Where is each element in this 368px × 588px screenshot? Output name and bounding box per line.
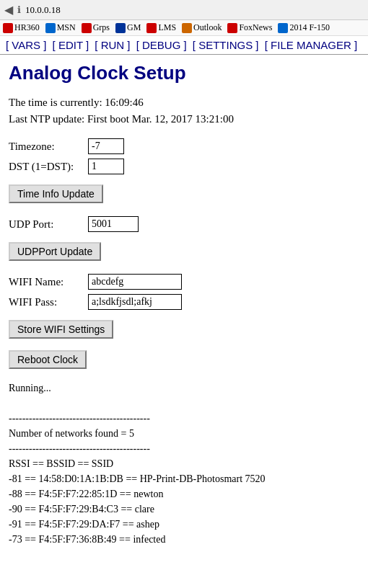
nav-vars[interactable]: [ VARS ]	[6, 39, 46, 51]
udp-port-input[interactable]	[88, 216, 139, 232]
nav-settings[interactable]: [ SETTINGS ]	[193, 39, 259, 51]
f150-icon	[278, 23, 288, 33]
store-wifi-btn-wrapper: Store WIFI Settings	[9, 314, 359, 344]
wifi-name-row: WIFI Name:	[9, 274, 359, 290]
dst-label: DST (1=DST):	[9, 161, 88, 173]
bookmark-msn-label: MSN	[57, 22, 76, 33]
back-button[interactable]: ◀	[4, 3, 13, 17]
page-title: Analog Clock Setup	[9, 62, 359, 84]
bookmark-f150[interactable]: 2014 F-150	[278, 22, 330, 33]
url-bar[interactable]: 10.0.0.18	[25, 4, 61, 16]
bookmark-foxnews-label: FoxNews	[239, 22, 272, 33]
timezone-label: Timezone:	[9, 141, 88, 153]
udp-port-label: UDP Port:	[9, 218, 88, 231]
foxnews-icon	[227, 23, 237, 33]
current-time-label: The time is currently: 16:09:46	[9, 94, 359, 111]
bookmark-gm-label: GM	[127, 22, 141, 33]
bookmark-hr360-label: HR360	[14, 22, 40, 33]
gm-icon	[115, 23, 126, 33]
timezone-input[interactable]	[88, 138, 124, 154]
store-wifi-button[interactable]: Store WIFI Settings	[9, 320, 113, 339]
outlook-icon	[182, 23, 192, 33]
ntp-label: Last NTP update: First boot Mar. 12, 201…	[9, 111, 359, 128]
bookmark-lms[interactable]: LMS	[146, 22, 176, 33]
msn-icon	[45, 23, 56, 33]
timezone-row: Timezone:	[9, 138, 359, 154]
wifi-pass-input[interactable]	[88, 294, 182, 310]
bookmark-grps-label: Grps	[93, 22, 110, 33]
output-area: Running... -----------------------------…	[9, 380, 359, 547]
info-icon: ℹ	[17, 4, 21, 16]
nav-edit[interactable]: [ EDIT ]	[53, 39, 89, 51]
time-info: The time is currently: 16:09:46 Last NTP…	[9, 94, 359, 127]
reboot-button[interactable]: Reboot Clock	[9, 350, 87, 369]
wifi-name-input[interactable]	[88, 274, 182, 290]
udp-port-row: UDP Port:	[9, 216, 359, 232]
udp-update-btn-wrapper: UDPPort Update	[9, 236, 359, 267]
bookmarks-bar: HR360 MSN Grps GM LMS Outlook FoxNews 20…	[0, 20, 368, 36]
bookmark-lms-label: LMS	[158, 22, 176, 33]
nav-bar: [ VARS ] [ EDIT ] [ RUN ] [ DEBUG ] [ SE…	[0, 36, 368, 55]
bookmark-f150-label: 2014 F-150	[289, 22, 330, 33]
bookmark-gm[interactable]: GM	[115, 22, 141, 33]
bookmark-foxnews[interactable]: FoxNews	[227, 22, 272, 33]
wifi-pass-row: WIFI Pass:	[9, 294, 359, 310]
wifi-pass-label: WIFI Pass:	[9, 296, 88, 308]
time-update-button[interactable]: Time Info Update	[9, 184, 103, 203]
nav-run[interactable]: [ RUN ]	[95, 39, 130, 51]
dst-row: DST (1=DST):	[9, 159, 359, 174]
udp-update-button[interactable]: UDPPort Update	[9, 242, 101, 261]
bookmark-grps[interactable]: Grps	[82, 22, 110, 33]
grps-icon	[82, 23, 92, 33]
dst-input[interactable]	[88, 159, 124, 174]
nav-debug[interactable]: [ DEBUG ]	[136, 39, 187, 51]
bookmark-outlook-label: Outlook	[193, 22, 222, 33]
time-update-btn-wrapper: Time Info Update	[9, 179, 359, 209]
nav-file-manager[interactable]: [ FILE MANAGER ]	[265, 39, 357, 51]
bookmark-hr360[interactable]: HR360	[3, 22, 40, 33]
page-content: Analog Clock Setup The time is currently…	[0, 55, 368, 554]
lms-icon	[146, 23, 157, 33]
hr360-icon	[3, 23, 13, 33]
bookmark-outlook[interactable]: Outlook	[182, 22, 222, 33]
bookmark-msn[interactable]: MSN	[45, 22, 76, 33]
wifi-name-label: WIFI Name:	[9, 276, 88, 288]
browser-bar: ◀ ℹ 10.0.0.18	[0, 0, 368, 20]
reboot-btn-wrapper: Reboot Clock	[9, 344, 359, 375]
